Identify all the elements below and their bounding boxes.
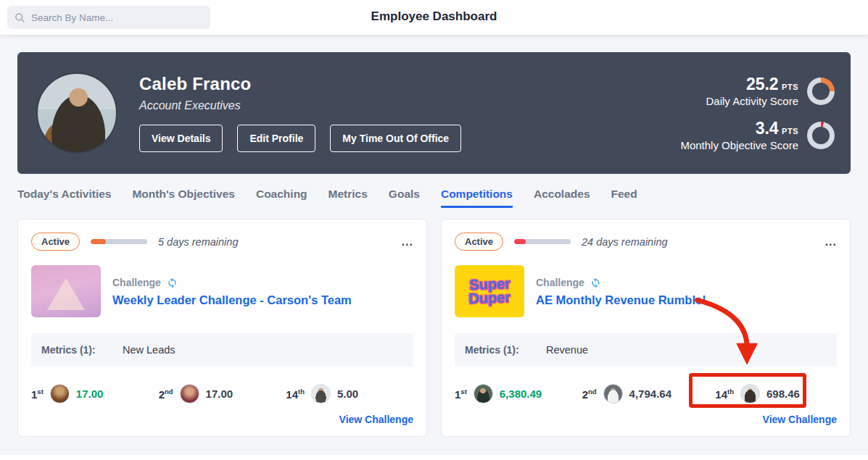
monthly-score-unit: PTS [782,127,798,135]
card-menu-button[interactable]: ... [825,238,837,246]
progress-bar [91,239,147,244]
super-duper-image: Super Duper [455,265,524,317]
edit-profile-button[interactable]: Edit Profile [237,125,315,152]
monthly-score-label: Monthly Objective Score [680,139,798,151]
metrics-strip: Metrics (1): Revenue [455,333,837,367]
metrics-label: Metrics (1): [465,344,546,356]
challenge-title-link[interactable]: Weekly Leader Challenge - Carson's Team [112,293,352,307]
content-area: Caleb Franco Account Executives View Det… [0,35,868,455]
view-challenge-link[interactable]: View Challenge [339,414,413,425]
refresh-icon [167,277,178,288]
tab-goals[interactable]: Goals [389,188,420,208]
tab-todays-activities[interactable]: Today's Activities [17,188,111,208]
standing-second: 2nd 4,794.64 [582,384,710,403]
view-challenge-link[interactable]: View Challenge [763,414,837,425]
tab-bar: Today's Activities Month's Objectives Co… [0,188,868,208]
metrics-strip: Metrics (1): New Leads [31,333,413,367]
standing-first: 1st 17.00 [31,384,159,403]
challenge-label: Challenge [112,277,161,288]
daily-score-donut [807,78,835,105]
avatar [740,384,760,403]
daily-score-unit: PTS [782,83,798,91]
standing-fourteenth: 14th 5.00 [286,384,413,403]
standing-value: 5.00 [337,388,358,400]
avatar [474,384,493,403]
competition-card-weekly-leader: Active 5 days remaining ... Challenge [17,219,427,437]
challenge-label: Challenge [536,277,584,288]
page-title: Employee Dashboard [371,9,497,24]
status-badge: Active [31,233,80,251]
monthly-score-value: 3.4 [756,119,779,138]
profile-photo [36,72,117,154]
metrics-value: Revenue [546,344,588,356]
avatar [311,384,331,403]
monthly-objective-score: 3.4 PTS Monthly Objective Score [680,119,835,151]
competition-card-revenue-rumble: Active 24 days remaining ... Super Duper… [441,219,851,437]
search-input[interactable] [31,12,198,23]
standing-first: 1st 6,380.49 [455,384,582,403]
employee-name: Caleb Franco [139,74,461,94]
standing-value: 6,380.49 [500,388,542,400]
search-box[interactable] [7,6,210,29]
avatar [50,384,70,403]
tab-months-objectives[interactable]: Month's Objectives [132,188,235,208]
days-remaining: 5 days remaining [158,236,238,248]
daily-score-label: Daily Activity Score [706,95,798,107]
tab-feed[interactable]: Feed [611,188,637,208]
monthly-score-donut [807,122,835,149]
tab-metrics[interactable]: Metrics [328,188,368,208]
avatar [180,384,199,403]
avatar [603,384,623,403]
top-bar: Employee Dashboard [0,0,868,35]
refresh-icon [590,277,601,288]
metrics-label: Metrics (1): [41,344,123,356]
tab-coaching[interactable]: Coaching [256,188,307,208]
employee-role: Account Executives [139,99,461,112]
standing-fourteenth-highlighted: 14th 698.46 [709,384,837,403]
daily-activity-score: 25.2 PTS Daily Activity Score [680,75,835,107]
profile-hero: Caleb Franco Account Executives View Det… [17,52,851,174]
standing-value: 698.46 [766,388,800,400]
challenge-title-link[interactable]: AE Monthly Revenue Rumble! [536,293,706,307]
tab-accolades[interactable]: Accolades [534,188,590,208]
standing-second: 2nd 17.00 [159,384,286,403]
card-menu-button[interactable]: ... [402,238,413,246]
daily-score-value: 25.2 [746,75,779,93]
time-out-of-office-button[interactable]: My Time Out Of Office [330,125,461,152]
standing-value: 4,794.64 [629,388,671,400]
annotation-arrow [442,219,850,436]
status-badge: Active [455,233,503,251]
days-remaining: 24 days remaining [582,236,668,248]
standing-value: 17.00 [76,388,104,400]
standing-value: 17.00 [206,388,233,400]
champagne-tower-image [31,265,101,317]
tab-competitions[interactable]: Competitions [441,188,513,208]
view-details-button[interactable]: View Details [139,125,223,152]
metrics-value: New Leads [123,344,175,356]
progress-bar [514,239,571,244]
search-icon [15,12,25,23]
